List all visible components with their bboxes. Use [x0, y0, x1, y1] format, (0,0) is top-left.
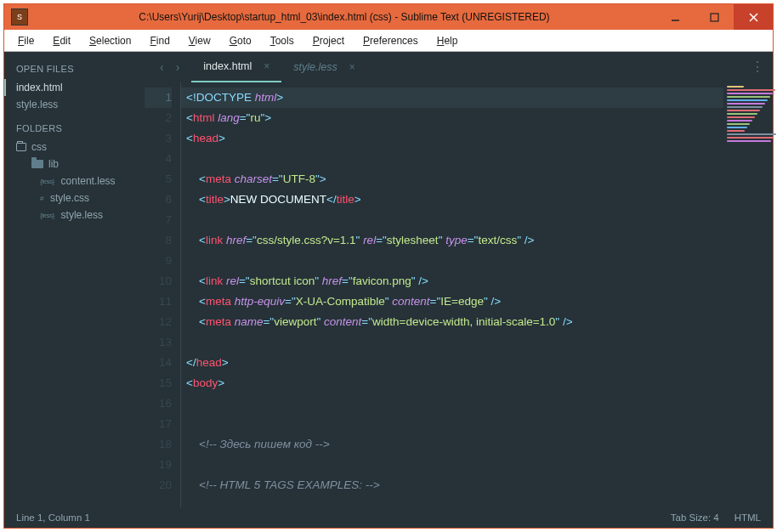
code-line — [181, 251, 723, 271]
code-line — [181, 414, 723, 434]
editor-pane: ‹ › index.html×style.less× ⋮ 12345678910… — [145, 52, 773, 507]
menu-file[interactable]: File — [11, 33, 41, 48]
line-number: 2 — [145, 108, 172, 128]
line-number: 8 — [145, 230, 172, 251]
code-editor[interactable]: <!DOCTYPE html><html lang="ru"><head> <m… — [180, 82, 723, 507]
line-number: 5 — [145, 169, 172, 190]
code-line: </head> — [181, 353, 723, 373]
line-number: 9 — [145, 251, 172, 271]
code-line — [181, 332, 723, 353]
close-tab-icon[interactable]: × — [349, 61, 355, 73]
file-item[interactable]: {less}style.less — [4, 207, 145, 224]
menubar: FileEditSelectionFindViewGotoToolsProjec… — [4, 30, 773, 52]
line-number: 4 — [145, 149, 172, 169]
menu-preferences[interactable]: Preferences — [356, 33, 425, 48]
tab[interactable]: index.html× — [191, 52, 281, 82]
app-icon: S — [11, 8, 28, 25]
line-number: 19 — [145, 455, 172, 475]
line-number: 7 — [145, 210, 172, 230]
code-line: <meta name="viewport" content="width=dev… — [181, 312, 723, 332]
folder-root[interactable]: css — [4, 139, 145, 156]
menu-tools[interactable]: Tools — [264, 33, 301, 48]
tab[interactable]: style.less× — [281, 52, 366, 82]
code-line — [181, 210, 723, 230]
minimize-button[interactable] — [655, 4, 695, 30]
file-item[interactable]: #style.css — [4, 190, 145, 207]
statusbar: Line 1, Column 1 Tab Size: 4 HTML — [4, 507, 773, 528]
code-line: <html lang="ru"> — [181, 108, 723, 128]
code-line — [181, 149, 723, 169]
line-number: 18 — [145, 434, 172, 455]
folder-icon — [31, 160, 43, 168]
status-language[interactable]: HTML — [734, 512, 761, 523]
overflow-menu-icon[interactable]: ⋮ — [751, 59, 764, 75]
close-tab-icon[interactable]: × — [264, 60, 269, 72]
code-line: <link href="css/style.css?v=1.1" rel="st… — [181, 230, 723, 251]
line-number: 12 — [145, 312, 172, 332]
code-line: <meta http-equiv="X-UA-Compatible" conte… — [181, 291, 723, 312]
code-line: <meta charset="UTF-8"> — [181, 169, 723, 190]
gutter: 1234567891011121314151617181920 — [145, 82, 180, 507]
folder-open-icon — [16, 143, 26, 151]
code-line: <head> — [181, 128, 723, 149]
line-number: 16 — [145, 393, 172, 414]
line-number: 10 — [145, 271, 172, 291]
status-position[interactable]: Line 1, Column 1 — [16, 512, 90, 523]
file-item[interactable]: {less}content.less — [4, 173, 145, 190]
menu-selection[interactable]: Selection — [82, 33, 138, 48]
line-number: 20 — [145, 475, 172, 495]
close-button[interactable] — [734, 4, 773, 30]
folder-label: css — [31, 141, 47, 153]
minimap[interactable] — [723, 82, 773, 507]
menu-find[interactable]: Find — [143, 33, 176, 48]
open-file-item[interactable]: index.html — [4, 79, 145, 96]
line-number: 3 — [145, 128, 172, 149]
menu-project[interactable]: Project — [306, 33, 351, 48]
status-tabsize[interactable]: Tab Size: 4 — [671, 512, 719, 523]
line-number: 14 — [145, 353, 172, 373]
line-number: 13 — [145, 332, 172, 353]
line-number: 6 — [145, 190, 172, 210]
titlebar[interactable]: S C:\Users\Yurij\Desktop\startup_html_03… — [4, 4, 773, 30]
filetype-icon: # — [38, 195, 45, 202]
menu-view[interactable]: View — [182, 33, 218, 48]
code-line: <!-- HTML 5 TAGS EXAMPLES: --> — [181, 475, 723, 495]
filetype-icon: {less} — [38, 178, 56, 185]
menu-edit[interactable]: Edit — [46, 33, 77, 48]
code-line: <link rel="shortcut icon" href="favicon.… — [181, 271, 723, 291]
line-number: 11 — [145, 291, 172, 312]
open-file-item[interactable]: style.less — [4, 96, 145, 113]
nav-back-icon[interactable]: ‹ — [156, 59, 167, 76]
code-line — [181, 455, 723, 475]
code-line: <body> — [181, 373, 723, 393]
folders-heading: FOLDERS — [4, 118, 145, 139]
folder-item[interactable]: lib — [4, 156, 145, 173]
code-line: <title>NEW DOCUMENT</title> — [181, 190, 723, 210]
code-line — [181, 393, 723, 414]
code-line: <!DOCTYPE html> — [181, 88, 723, 108]
line-number: 1 — [145, 88, 172, 108]
sidebar: OPEN FILES index.htmlstyle.less FOLDERS … — [4, 52, 145, 507]
menu-goto[interactable]: Goto — [223, 33, 258, 48]
tabbar: ‹ › index.html×style.less× ⋮ — [145, 52, 773, 82]
svg-rect-1 — [711, 14, 718, 21]
open-files-heading: OPEN FILES — [4, 59, 145, 79]
filetype-icon: {less} — [38, 212, 56, 219]
nav-forward-icon[interactable]: › — [173, 59, 184, 76]
menu-help[interactable]: Help — [430, 33, 465, 48]
code-line: <!-- Здесь пишем код --> — [181, 434, 723, 455]
line-number: 15 — [145, 373, 172, 393]
maximize-button[interactable] — [695, 4, 734, 30]
app-window: S C:\Users\Yurij\Desktop\startup_html_03… — [3, 3, 774, 529]
window-title: C:\Users\Yurij\Desktop\startup_html_03\i… — [33, 11, 655, 23]
line-number: 17 — [145, 414, 172, 434]
